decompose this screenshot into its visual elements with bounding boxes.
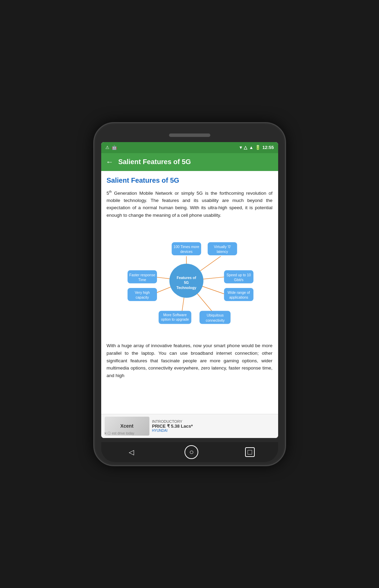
phone-screen: ⚠ 🤖 ▾ △ ▲ 🔋 12:55 ← Salient Features of … <box>101 142 278 438</box>
body-paragraph: With a huge array of innovative features… <box>101 342 278 383</box>
status-right-icons: ▾ △ ▲ 🔋 12:55 <box>240 145 274 150</box>
signal-full-icon: ▲ <box>249 145 253 150</box>
wifi-icon: ▾ <box>240 145 242 150</box>
status-left-icons: ⚠ 🤖 <box>105 145 117 150</box>
ad-price-label: PRICE ₹ 5.38 Lacs* <box>152 424 275 429</box>
ad-close-area[interactable]: ✕ ⓘ est drive today <box>104 431 135 436</box>
content-inner: Salient Features of 5G 5th Generation Mo… <box>101 171 278 336</box>
diagram-svg: Features of 5G Technology 100 Times more… <box>124 226 255 336</box>
battery-icon: 🔋 <box>255 145 261 150</box>
phone-speaker <box>169 133 210 137</box>
node-faster-text1: Faster response <box>129 273 155 277</box>
features-diagram: Features of 5G Technology 100 Times more… <box>107 226 273 336</box>
node-latency-text1: Virtually '0' <box>214 245 231 249</box>
node-speed-text1: Speed up to 10 <box>227 273 251 277</box>
node-faster-text2: Time <box>138 278 146 282</box>
warning-icon: ⚠ <box>105 145 109 150</box>
ad-intro-label: INTRODUCTORY <box>152 419 275 424</box>
node-software-text2: option to upgrade <box>161 318 189 321</box>
ad-close-x[interactable]: ✕ <box>104 431 107 435</box>
content-area: Salient Features of 5G 5th Generation Mo… <box>101 171 278 414</box>
nav-bar: ◁ ○ □ <box>101 442 278 462</box>
intro-text-body: Generation Mobile Network or simply 5G i… <box>107 190 273 218</box>
superscript: th <box>109 190 112 193</box>
node-wide-range-text2: applications <box>229 296 248 300</box>
nav-home-button[interactable]: ○ <box>185 445 198 459</box>
android-icon: 🤖 <box>112 145 117 150</box>
ad-info-icon[interactable]: ⓘ <box>107 431 111 435</box>
center-label-line3: Technology <box>176 286 196 290</box>
ad-cta[interactable]: est drive today <box>112 431 134 435</box>
intro-paragraph: 5th Generation Mobile Network or simply … <box>107 189 273 219</box>
node-software-text1: More Software <box>163 313 187 317</box>
app-bar-title: Salient Features of 5G <box>118 158 191 166</box>
app-bar: ← Salient Features of 5G <box>101 153 278 171</box>
node-ubiquitous-text2: connectivity <box>206 319 224 322</box>
status-bar: ⚠ 🤖 ▾ △ ▲ 🔋 12:55 <box>101 142 278 153</box>
page-title: Salient Features of 5G <box>107 177 273 184</box>
node-speed-text2: Gbit/s <box>234 278 243 282</box>
ad-banner[interactable]: Xcent INTRODUCTORY PRICE ₹ 5.38 Lacs* HY… <box>101 414 278 438</box>
node-capacity-text2: capacity <box>136 296 149 300</box>
intro-prefix: 5 <box>107 190 109 195</box>
node-wide-range-text1: Wide range of <box>228 291 250 295</box>
ad-text: INTRODUCTORY PRICE ₹ 5.38 Lacs* HYUNDAI <box>152 419 275 432</box>
ad-hyundai-brand: HYUNDAI <box>152 429 275 432</box>
node-capacity-text1: Very high <box>135 291 150 295</box>
signal-icon: △ <box>244 145 247 150</box>
center-label-line2: 5G <box>184 281 189 285</box>
nav-back-button[interactable]: ◁ <box>124 445 138 459</box>
ad-brand-name: Xcent <box>120 423 133 429</box>
node-100-times-text2: devices <box>180 250 192 254</box>
node-latency-text2: latency <box>217 250 228 254</box>
node-100-times-text1: 100 Times more <box>173 245 199 249</box>
back-button[interactable]: ← <box>106 158 114 167</box>
nav-recent-button[interactable]: □ <box>245 447 255 457</box>
clock: 12:55 <box>262 145 274 150</box>
center-label-line1: Features of <box>177 276 196 280</box>
phone-device: ⚠ 🤖 ▾ △ ▲ 🔋 12:55 ← Salient Features of … <box>93 122 286 466</box>
node-ubiquitous-text1: Ubiquitous <box>207 314 223 318</box>
